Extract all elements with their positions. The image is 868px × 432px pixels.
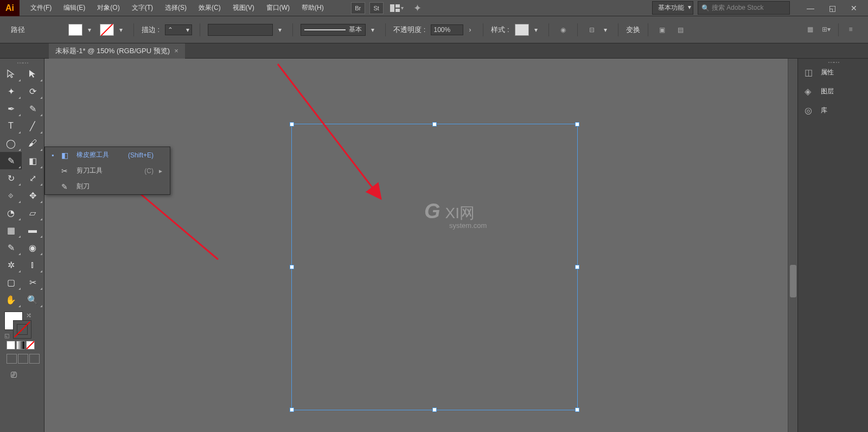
settings-icon[interactable]: ⊞▾	[820, 23, 833, 35]
graph-tool[interactable]: ⫿	[22, 256, 43, 274]
opacity-dropdown-icon[interactable]: ›	[469, 26, 475, 34]
search-input[interactable]: 🔍 搜索 Adobe Stock	[698, 1, 790, 15]
edit-mask-icon[interactable]: ▤	[674, 24, 687, 36]
menu-object[interactable]: 对象(O)	[92, 0, 125, 16]
panel-libraries[interactable]: ◎ 库	[798, 101, 868, 120]
zoom-tool[interactable]: 🔍	[22, 291, 43, 308]
free-transform-tool[interactable]: ✥	[22, 187, 43, 204]
stroke-swatch[interactable]	[100, 24, 114, 36]
tab-close-icon[interactable]: ×	[174, 47, 178, 55]
ellipse-tool[interactable]: ◯	[0, 135, 22, 152]
minimize-button[interactable]: —	[800, 2, 821, 15]
arrange-docs-icon[interactable]	[390, 3, 400, 13]
rotate-tool[interactable]: ↻	[0, 169, 22, 187]
canvas[interactable]: G XI网 system.com	[44, 59, 797, 432]
gpu-icon[interactable]: ✦	[413, 2, 422, 14]
hand-tool[interactable]: ✋	[0, 291, 22, 308]
swap-colors-icon[interactable]: ⤭	[26, 312, 31, 319]
stroke-weight-input[interactable]: ⌃▾	[165, 24, 192, 35]
menu-window[interactable]: 窗口(W)	[261, 0, 295, 16]
type-tool[interactable]: T	[0, 117, 22, 135]
transform-label[interactable]: 变换	[626, 25, 640, 35]
draw-behind[interactable]	[18, 354, 28, 364]
curvature-tool[interactable]: ✎	[22, 100, 43, 117]
stroke-dropdown-icon[interactable]: ▾	[119, 26, 126, 34]
draw-inside[interactable]	[29, 354, 40, 364]
flyout-eraser[interactable]: ▪ ◧ 橡皮擦工具 (Shift+E)	[45, 147, 170, 163]
menu-edit[interactable]: 编辑(E)	[58, 0, 91, 16]
fill-swatch[interactable]	[68, 24, 82, 36]
bridge-icon[interactable]: Br	[351, 2, 365, 14]
magic-wand-tool[interactable]: ✦	[0, 82, 22, 100]
menu-help[interactable]: 帮助(H)	[296, 0, 329, 16]
symbol-sprayer-tool[interactable]: ✲	[0, 256, 22, 274]
eraser-tool[interactable]: ◧	[22, 152, 43, 169]
screen-mode-icon[interactable]: ⎚	[4, 369, 40, 380]
handle-mid-left[interactable]	[290, 265, 294, 269]
profile-dropdown-icon[interactable]: ▾	[278, 26, 285, 34]
line-tool[interactable]: ╱	[22, 117, 43, 135]
panel-menu-icon[interactable]: ≡	[844, 23, 857, 35]
stroke-color[interactable]	[13, 320, 31, 339]
mesh-tool[interactable]: ▦	[0, 221, 22, 239]
blend-tool[interactable]: ◉	[22, 239, 43, 256]
vertical-scrollbar[interactable]	[788, 59, 797, 432]
selection-tool[interactable]	[0, 65, 22, 82]
handle-mid-right[interactable]	[575, 265, 579, 269]
selection-bbox[interactable]	[291, 124, 578, 410]
grid-icon[interactable]: ▦	[803, 23, 816, 35]
close-button[interactable]: ✕	[843, 2, 865, 15]
handle-bot-left[interactable]	[290, 408, 294, 412]
color-mode-none[interactable]	[26, 341, 35, 350]
style-swatch[interactable]	[515, 24, 529, 36]
align-icon[interactable]: ⊟	[585, 24, 598, 36]
menu-effect[interactable]: 效果(C)	[193, 0, 226, 16]
handle-top-right[interactable]	[575, 122, 579, 126]
gradient-tool[interactable]: ▬	[22, 221, 43, 239]
align-dropdown-icon[interactable]: ▾	[604, 26, 610, 34]
direct-selection-tool[interactable]	[22, 65, 43, 82]
shaper-tool[interactable]: ✎	[0, 152, 22, 169]
maximize-button[interactable]: ◱	[821, 2, 843, 15]
isolate-icon[interactable]: ▣	[656, 24, 669, 36]
toolbar-grip[interactable]	[0, 61, 44, 65]
panel-layers[interactable]: ◈ 图层	[798, 82, 868, 101]
color-mode-solid[interactable]	[7, 341, 15, 350]
workspace-switcher[interactable]: 基本功能	[652, 1, 693, 15]
color-mode-gradient[interactable]	[16, 341, 25, 350]
menu-select[interactable]: 选择(S)	[159, 0, 192, 16]
draw-normal[interactable]	[7, 354, 17, 364]
paintbrush-tool[interactable]: 🖌	[22, 135, 43, 152]
fill-dropdown-icon[interactable]: ▾	[88, 26, 94, 34]
brush-definition[interactable]: 基本	[301, 24, 366, 36]
handle-bot-right[interactable]	[575, 408, 579, 412]
arrange-dropdown-icon[interactable]: ▾	[401, 5, 404, 11]
shape-builder-tool[interactable]: ◔	[0, 204, 22, 221]
panel-grip[interactable]	[798, 59, 868, 63]
stock-icon[interactable]: St	[369, 2, 384, 14]
artboard-tool[interactable]: ▢	[0, 274, 22, 291]
perspective-tool[interactable]: ▱	[22, 204, 43, 221]
default-colors-icon[interactable]: ◱	[4, 333, 9, 339]
slice-tool[interactable]: ✂	[22, 274, 43, 291]
menu-type[interactable]: 文字(T)	[126, 0, 158, 16]
scrollbar-thumb[interactable]	[790, 265, 796, 297]
scale-tool[interactable]: ⤢	[22, 169, 43, 187]
menu-file[interactable]: 文件(F)	[25, 0, 57, 16]
lasso-tool[interactable]: ⟳	[22, 82, 43, 100]
handle-top-mid[interactable]	[432, 122, 437, 126]
style-dropdown-icon[interactable]: ▾	[534, 26, 541, 34]
handle-bot-mid[interactable]	[432, 408, 437, 412]
handle-top-left[interactable]	[290, 122, 294, 126]
flyout-knife[interactable]: ✎ 刻刀	[45, 179, 170, 194]
stroke-profile-input[interactable]	[208, 24, 273, 36]
pen-tool[interactable]: ✒	[0, 100, 22, 117]
document-tab[interactable]: 未标题-1* @ 150% (RGB/GPU 预览) ×	[49, 43, 185, 59]
eyedropper-tool[interactable]: ✎	[0, 239, 22, 256]
opacity-input[interactable]: 100%	[431, 24, 463, 35]
menu-view[interactable]: 视图(V)	[227, 0, 260, 16]
recolor-icon[interactable]: ◉	[557, 24, 570, 36]
width-tool[interactable]: ⟐	[0, 187, 22, 204]
flyout-scissors[interactable]: ✂ 剪刀工具 (C) ▸	[45, 163, 170, 179]
brush-dropdown-icon[interactable]: ▾	[371, 26, 378, 34]
